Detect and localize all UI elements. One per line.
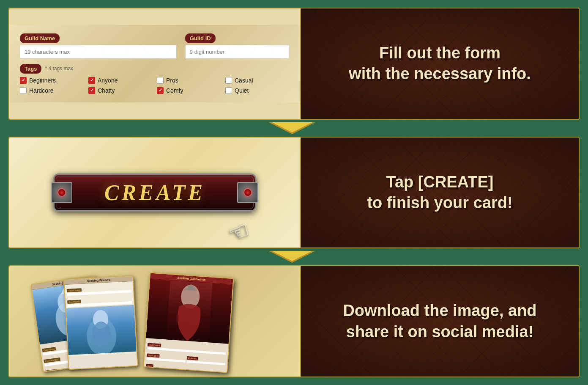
tag-label-chatty: Chatty xyxy=(98,87,115,94)
card-gm-line3 xyxy=(186,360,225,365)
card-gm-field2: Application xyxy=(147,353,160,358)
card-back-field1: Guild Name xyxy=(42,347,56,352)
guild-id-group: Guild ID xyxy=(185,33,290,59)
cursor-hand-icon: ☞ xyxy=(225,216,254,248)
card-gm-line4 xyxy=(146,368,224,373)
tag-label-quiet: Quiet xyxy=(235,87,249,94)
guild-id-label: Guild ID xyxy=(185,33,216,43)
tag-checkbox-hardcore[interactable] xyxy=(20,87,27,94)
social-panel-left: Seeking Friends Guild Name xyxy=(9,266,301,377)
create-panel-row: CREATE ☞ Tap [CREATE]to finish your card… xyxy=(8,137,580,249)
tag-label-comfy: Comfy xyxy=(166,87,183,94)
tag-checkbox-pros[interactable] xyxy=(157,77,164,84)
create-button-wrapper: CREATE ☞ xyxy=(9,138,300,248)
card-seeking-friends-front: Seeking Friends Player Name Guild Name xyxy=(63,275,138,370)
card-field-guild-name: Guild Name xyxy=(67,300,81,304)
card-gm-field3: Members xyxy=(186,356,198,360)
card-gm-line2 xyxy=(147,358,186,362)
tag-quiet[interactable]: Quiet xyxy=(225,87,290,94)
tag-beginners[interactable]: Beginners xyxy=(20,77,84,84)
social-panel-row: Seeking Friends Guild Name xyxy=(8,265,580,377)
tag-checkbox-quiet[interactable] xyxy=(225,87,232,94)
tag-label-anyone: Anyone xyxy=(98,77,118,84)
tags-label: Tags xyxy=(20,64,41,74)
tag-label-casual: Casual xyxy=(235,77,253,84)
tags-section: Tags * 4 tags max Beginners Anyone xyxy=(20,64,290,94)
tag-chatty[interactable]: Chatty xyxy=(88,87,153,94)
form-panel-right: Fill out the formwith the necessary info… xyxy=(301,8,579,119)
form-content: Guild Name Guild ID Tags * 4 tags max xyxy=(9,25,300,102)
guild-name-input[interactable] xyxy=(20,45,177,59)
svg-marker-3 xyxy=(50,291,60,300)
corner-right xyxy=(237,182,258,203)
guild-name-group: Guild Name xyxy=(20,33,177,59)
social-instruction-text: Download the image, andshare it on socia… xyxy=(343,300,536,342)
card-gm-field1: Guild Name xyxy=(148,343,161,347)
card-friends-image xyxy=(66,305,137,355)
chevron-inner-2 xyxy=(272,251,312,261)
card-gm-members: Members xyxy=(186,353,226,365)
tag-checkbox-comfy[interactable] xyxy=(157,87,164,94)
card-back-field3: Comment xyxy=(45,369,57,372)
card-field-player-name: Player Name xyxy=(67,288,82,292)
tags-max-text: * 4 tags max xyxy=(45,66,73,72)
form-top-row: Guild Name Guild ID xyxy=(20,33,290,59)
card-seeking-guildmates: Seeking Guildmates xyxy=(143,272,234,373)
card-friends-fields: Player Name Guild Name xyxy=(65,281,134,308)
character-red-svg xyxy=(146,279,232,344)
create-panel-right: Tap [CREATE]to finish your card! xyxy=(301,138,579,248)
main-container: Guild Name Guild ID Tags * 4 tags max xyxy=(0,0,588,385)
corner-left xyxy=(51,182,72,203)
form-instruction-text: Fill out the formwith the necessary info… xyxy=(349,43,531,85)
chevron-arrow-2 xyxy=(269,251,315,263)
tag-label-beginners: Beginners xyxy=(29,77,56,84)
chevron-separator-1 xyxy=(8,123,580,133)
tag-anyone[interactable]: Anyone xyxy=(88,77,153,84)
card-gm-app: Application xyxy=(147,350,186,362)
create-instruction-text: Tap [CREATE]to finish your card! xyxy=(367,172,512,214)
chevron-separator-2 xyxy=(8,252,580,262)
card-gm-field4: Tags xyxy=(146,364,153,368)
card-guildmates-fields: Guild Name Application Members xyxy=(143,338,228,373)
tags-grid: Beginners Anyone Pros xyxy=(20,77,290,94)
create-button-label: CREATE xyxy=(104,180,205,205)
character-blue-svg xyxy=(66,305,137,355)
tag-pros[interactable]: Pros xyxy=(157,77,221,84)
cards-display: Seeking Friends Guild Name xyxy=(24,275,286,368)
chevron-outer-2 xyxy=(269,251,315,263)
chevron-outer-1 xyxy=(269,122,315,134)
guild-name-label: Guild Name xyxy=(20,33,60,43)
guild-id-input[interactable] xyxy=(185,45,290,59)
tag-label-pros: Pros xyxy=(166,77,178,84)
tag-hardcore[interactable]: Hardcore xyxy=(20,87,84,94)
tag-casual[interactable]: Casual xyxy=(225,77,290,84)
tag-checkbox-chatty[interactable] xyxy=(88,87,95,94)
social-panel-right: Download the image, andshare it on socia… xyxy=(301,266,579,377)
tag-checkbox-anyone[interactable] xyxy=(88,77,95,84)
create-panel-left: CREATE ☞ xyxy=(9,138,301,248)
card-guildmates-image xyxy=(146,279,232,344)
tag-checkbox-casual[interactable] xyxy=(225,77,232,84)
create-button[interactable]: CREATE xyxy=(53,173,256,212)
tag-comfy[interactable]: Comfy xyxy=(157,87,221,94)
form-panel-row: Guild Name Guild ID Tags * 4 tags max xyxy=(8,8,580,120)
chevron-arrow-1 xyxy=(269,122,315,134)
tag-checkbox-beginners[interactable] xyxy=(20,77,27,84)
form-panel-left: Guild Name Guild ID Tags * 4 tags max xyxy=(9,8,301,119)
chevron-inner-1 xyxy=(272,122,312,132)
tag-label-hardcore: Hardcore xyxy=(29,87,54,94)
tags-header: Tags * 4 tags max xyxy=(20,64,290,74)
